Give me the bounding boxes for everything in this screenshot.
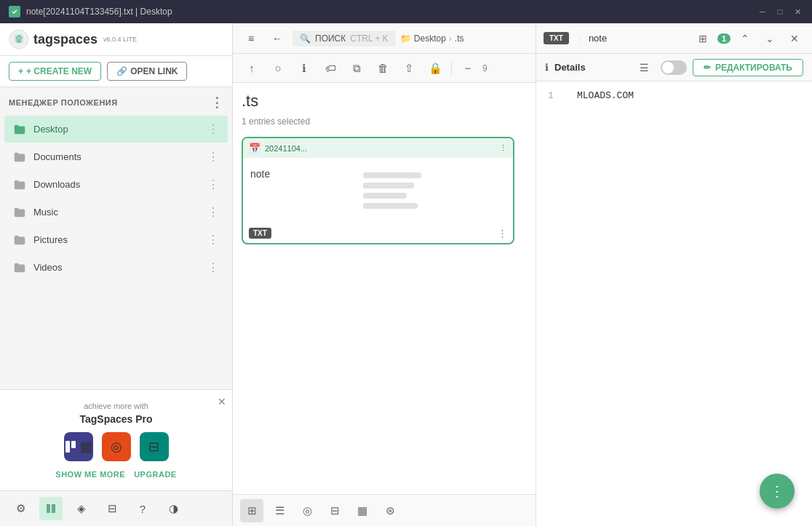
calendar-icon: 📅	[249, 143, 260, 154]
info-button[interactable]: ℹ	[292, 57, 316, 80]
contrast-button[interactable]: ◑	[162, 497, 185, 520]
toolbar-divider	[451, 61, 452, 76]
list-view-button[interactable]: ☰	[268, 499, 291, 522]
folder-icon	[13, 123, 26, 136]
search-shortcut: CTRL + K	[350, 33, 389, 44]
kanban-icon	[64, 439, 80, 455]
details-toggle[interactable]	[661, 60, 687, 75]
bookmarks-button[interactable]: ⊟	[100, 497, 124, 520]
promo-icons: ▦ ◎ ⊟	[12, 432, 220, 461]
minimize-button[interactable]: ─	[757, 6, 768, 17]
main-toolbar: ≡ ← 🔍 ПОИСК CTRL + K 📁 Desktop › .ts	[233, 23, 536, 54]
settings-button[interactable]: ⚙	[9, 497, 32, 520]
back-button[interactable]: ←	[266, 28, 288, 49]
folder-icon: 📁	[400, 33, 411, 44]
maximize-button[interactable]: □	[774, 6, 786, 17]
tag-library-button[interactable]: ◈	[70, 497, 93, 520]
main-panel: ≡ ← 🔍 ПОИСК CTRL + K 📁 Desktop › .ts ↑ ○…	[233, 23, 536, 526]
right-filename: note	[589, 33, 688, 44]
file-card-footer: TXT ⋮	[243, 223, 513, 243]
location-manager-menu-icon[interactable]: ⋮	[210, 95, 224, 111]
sidebar-item-documents[interactable]: Documents ⋮	[4, 143, 228, 170]
promo-close-button[interactable]: ✕	[218, 396, 226, 407]
sidebar-item-videos[interactable]: Videos ⋮	[4, 254, 228, 281]
right-panel-separator: ⋮	[575, 33, 584, 44]
svg-rect-3	[65, 441, 70, 453]
aperture-view-button[interactable]: ◎	[295, 499, 319, 522]
search-bar[interactable]: 🔍 ПОИСК CTRL + K	[292, 31, 396, 47]
minus-button[interactable]: −	[456, 57, 479, 80]
next-button[interactable]: ⌄	[760, 28, 780, 49]
delete-button[interactable]: 🗑	[371, 57, 394, 80]
open-link-button[interactable]: 🔗 OPEN LINK	[107, 62, 187, 81]
sidebar-item-music[interactable]: Music ⋮	[4, 199, 228, 226]
menu-toggle-button[interactable]: ≡	[240, 28, 262, 49]
sidebar-item-pictures[interactable]: Pictures ⋮	[4, 226, 228, 253]
prev-button[interactable]: ⌃	[735, 28, 755, 49]
documents-menu-icon[interactable]: ⋮	[207, 150, 219, 164]
file-type-badge: TXT	[249, 228, 271, 239]
create-new-button[interactable]: + + CREATE NEW	[9, 62, 101, 81]
details-menu-button[interactable]: ☰	[634, 57, 655, 78]
grid-view-button[interactable]: ⊞	[240, 499, 263, 522]
videos-menu-icon[interactable]: ⋮	[207, 260, 219, 274]
pencil-icon: ✏	[704, 63, 711, 73]
graph-view-button[interactable]: ⊛	[378, 499, 402, 522]
titlebar: note[20241104T133456].txt | Desktop ─ □ …	[0, 0, 812, 23]
details-label: Details	[554, 62, 629, 73]
preview-line-1	[363, 172, 421, 178]
edit-button[interactable]: ✏ РЕДАКТИРОВАТЬ	[693, 59, 803, 76]
close-right-panel-button[interactable]: ✕	[784, 28, 805, 49]
line-content-1: MLOADS.COM	[577, 90, 634, 101]
desktop-menu-icon[interactable]: ⋮	[207, 122, 219, 136]
add-note-button[interactable]: ⊞	[693, 28, 713, 49]
close-button[interactable]: ✕	[792, 6, 803, 17]
up-button[interactable]: ↑	[240, 57, 263, 80]
search-label: ПОИСК	[315, 33, 346, 44]
info-icon: ℹ	[545, 62, 549, 73]
sidebar: tagspaces v6.0.4 LITE + + CREATE NEW 🔗 O…	[0, 23, 233, 526]
sidebar-item-label-documents: Documents	[33, 151, 200, 162]
logo-version: v6.0.4 LITE	[103, 36, 137, 43]
downloads-menu-icon[interactable]: ⋮	[207, 178, 219, 191]
show-more-button[interactable]: SHOW ME MORE	[55, 470, 125, 479]
promo-above-text: achieve more with	[12, 402, 220, 410]
sidebar-item-label-pictures: Pictures	[33, 234, 200, 245]
folder-icon	[13, 261, 26, 274]
folder-view: .ts 1 entries selected 📅 20241104... ⋮ n…	[233, 83, 536, 494]
help-button[interactable]: ?	[131, 497, 154, 520]
breadcrumb-location[interactable]: Desktop	[414, 33, 446, 44]
sidebar-item-desktop[interactable]: Desktop ⋮	[4, 116, 228, 143]
kanban-view-button[interactable]: ▦	[351, 499, 374, 522]
folder-icon	[13, 178, 26, 191]
promo-buttons: SHOW ME MORE UPGRADE	[12, 470, 220, 479]
pictures-menu-icon[interactable]: ⋮	[207, 233, 219, 247]
nav-list: Desktop ⋮ Documents ⋮ Downloads ⋮	[0, 115, 232, 282]
right-panel: TXT ⋮ note ⊞ 1 ⌃ ⌄ ✕ ℹ Details ☰ ✏ РЕДАК…	[536, 23, 812, 526]
logo-text: tagspaces	[33, 32, 97, 47]
link-icon: 🔗	[116, 66, 127, 76]
file-date-label: 20241104...	[265, 144, 307, 153]
sidebar-item-label-videos: Videos	[33, 262, 200, 273]
upgrade-button[interactable]: UPGRADE	[134, 470, 177, 479]
location-icon	[45, 503, 57, 514]
copy-button[interactable]: ⧉	[345, 57, 368, 80]
properties-button[interactable]: 🔒	[423, 57, 447, 80]
circle-button[interactable]: ○	[266, 57, 290, 80]
location-button[interactable]	[39, 497, 63, 520]
plus-icon: +	[18, 66, 23, 76]
sidebar-header: tagspaces v6.0.4 LITE	[0, 23, 232, 56]
share-button[interactable]: ⇧	[397, 57, 421, 80]
fab-button[interactable]: ⋮	[760, 474, 795, 509]
sidebar-item-downloads[interactable]: Downloads ⋮	[4, 171, 228, 198]
window-controls: ─ □ ✕	[757, 6, 803, 17]
breadcrumb-filter[interactable]: .ts	[455, 33, 464, 44]
file-card-header-menu-icon[interactable]: ⋮	[499, 143, 507, 153]
music-menu-icon[interactable]: ⋮	[207, 205, 219, 219]
file-card-footer-menu-icon[interactable]: ⋮	[498, 228, 507, 239]
map-view-button[interactable]: ⊟	[323, 499, 346, 522]
tag-button[interactable]: 🏷	[319, 57, 342, 80]
search-icon: 🔍	[300, 33, 311, 44]
file-card[interactable]: 📅 20241104... ⋮ note	[242, 137, 514, 244]
zoom-value: 9	[482, 63, 487, 73]
